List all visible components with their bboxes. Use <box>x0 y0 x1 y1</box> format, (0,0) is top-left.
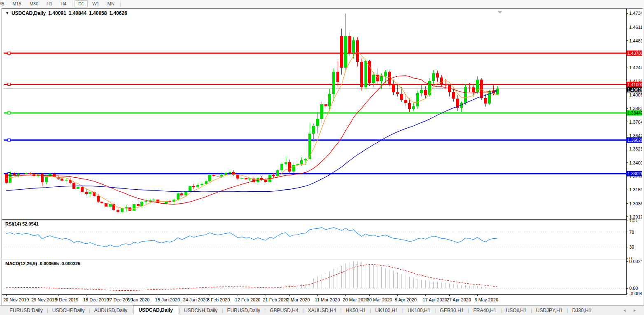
rsi-pane: 10070300 <box>4 218 637 261</box>
candle-body <box>432 73 435 81</box>
candle-body <box>61 179 63 180</box>
candle-body <box>212 175 215 176</box>
chart-tab-usoil-h1[interactable]: USOil,H1 <box>502 306 530 315</box>
chart-tab-dj30-h1[interactable]: DJ30,H1 <box>568 306 595 315</box>
time-axis-label: 30 Mar 2020 <box>367 297 392 302</box>
candle-body <box>245 178 247 179</box>
macd-name: MACD(12,26,9) <box>5 261 37 266</box>
timeframe-button-m15[interactable]: M15 <box>9 0 25 7</box>
candle-wick <box>102 199 102 205</box>
price-axis-label: 1.42475 <box>629 65 642 70</box>
candle-body <box>285 162 287 164</box>
pane-separator-band <box>2 259 642 260</box>
level-price-badge-text: 1.43780 <box>628 51 642 56</box>
tab-scroll-left-icon[interactable]: ◄ <box>623 308 626 313</box>
chart-tab-eurusd-daily[interactable]: EURUSD,Daily <box>223 306 264 315</box>
time-axis-label: 29 Nov 2019 <box>31 297 57 302</box>
chart-tab-usdcnh-daily[interactable]: USDCNH,Daily <box>180 306 221 315</box>
timeframe-button-m5[interactable]: M5 <box>0 0 8 7</box>
candle-wick <box>22 172 22 175</box>
chart-title: ▼ USDCAD,Daily 1.40091 1.40844 1.40058 1… <box>5 10 127 16</box>
candle-wick <box>18 173 19 177</box>
price-axis-label: 1.29175 <box>629 214 642 219</box>
chart-low-value: 1.40058 <box>89 10 107 16</box>
current-price-badge-text: 1.40626 <box>628 87 642 92</box>
chart-tab-audusd-daily[interactable]: AUDUSD,Daily <box>91 306 131 315</box>
chart-tab-hk50-h1[interactable]: HK50,H1 <box>342 306 370 315</box>
candle-body <box>192 186 195 187</box>
price-axis-label: 1.31590 <box>629 187 642 192</box>
price-pane <box>4 14 626 213</box>
chart-tab-gbpusd-h4[interactable]: GBPUSD,H4 <box>266 306 302 315</box>
chart-tabbar: EURUSD,Daily|USDCHF,Daily|AUDUSD,Daily|U… <box>0 305 644 315</box>
time-axis-label: 17 Apr 2020 <box>423 297 447 302</box>
candle-body <box>97 196 100 202</box>
candle-body <box>392 84 395 92</box>
candle-body <box>89 192 91 194</box>
timeframe-button-d1[interactable]: D1 <box>75 0 88 7</box>
time-axis-label: 24 Jan 2020 <box>183 297 208 302</box>
candle-body <box>45 177 48 182</box>
chart-tab-usdjpy-h1[interactable]: USDJPY,H1 <box>532 306 566 315</box>
timeframe-button-w1[interactable]: W1 <box>89 0 103 7</box>
line-anchor-handle[interactable] <box>8 83 10 86</box>
timeframe-button-h1[interactable]: H1 <box>43 0 56 7</box>
time-axis-label: 20 Mar 2020 <box>343 297 369 302</box>
rsi-name: RSI(14) <box>5 221 21 226</box>
timeframe-button-h4[interactable]: H4 <box>57 0 70 7</box>
toolbar-divider <box>72 1 72 7</box>
chart-tab-uk100-h1[interactable]: UK100,H1 <box>404 306 434 315</box>
candle-body <box>85 192 88 194</box>
autoscroll-shift-marker-icon[interactable] <box>497 11 502 14</box>
candle-body <box>236 175 239 179</box>
candle-body <box>320 104 323 119</box>
line-anchor-handle[interactable] <box>8 52 10 54</box>
candle-body <box>13 174 16 175</box>
candle-body <box>308 134 311 160</box>
chart-tab-fra40-h1[interactable]: FRA40,H1 <box>469 306 500 315</box>
candle-body <box>404 100 407 103</box>
candle-body <box>468 87 471 88</box>
candle-body <box>440 78 443 84</box>
chart-tab-uk100-h1[interactable]: UK100,H1 <box>371 306 401 315</box>
chart-dropdown-icon[interactable]: ▼ <box>5 11 9 15</box>
time-axis-label: 20 Nov 2019 <box>3 297 29 302</box>
candle-body <box>21 174 23 174</box>
timeframe-button-mn[interactable]: MN <box>104 0 118 7</box>
candle-body <box>472 87 475 92</box>
candle-body <box>257 178 259 182</box>
chart-tab-eurusd-daily[interactable]: EURUSD,Daily <box>6 306 47 315</box>
candle-body <box>496 89 499 95</box>
time-axis-label: 2 Mar 2020 <box>287 297 310 302</box>
candle-body <box>464 87 467 103</box>
candle-body <box>408 103 411 109</box>
tab-scroll-right-icon[interactable]: ► <box>633 308 637 313</box>
candle-body <box>208 175 211 181</box>
timeframe-button-m30[interactable]: M30 <box>26 0 42 7</box>
candle-body <box>376 75 379 81</box>
terminal-window: M5M15M30H1H4D1W1MN 100703000.0324930.00-… <box>0 0 644 315</box>
price-axis-label: 1.44890 <box>629 38 642 43</box>
candle-body <box>205 181 208 183</box>
line-anchor-handle[interactable] <box>8 112 10 114</box>
candle-body <box>229 172 231 174</box>
price-axis-label: 1.30365 <box>629 201 642 206</box>
candle-wick <box>397 85 398 96</box>
rsi-indicator-label: RSI(14) 52.0541 <box>5 221 39 226</box>
chart-tab-xauusd-h4[interactable]: XAUUSD,H4 <box>304 306 340 315</box>
chart-tab-usdchf-daily[interactable]: USDCHF,Daily <box>49 306 89 315</box>
time-axis-label: 15 Jan 2020 <box>155 297 180 302</box>
macd-pane: 0.0324930.00-0.008086 <box>4 259 642 296</box>
chart-tab-ger30-h1[interactable]: GER30,H1 <box>436 306 467 315</box>
candle-body <box>272 175 275 176</box>
chart-tab-usdcad-daily[interactable]: USDCAD,Daily <box>133 305 178 315</box>
candle-body <box>356 40 359 62</box>
line-anchor-handle[interactable] <box>8 139 10 141</box>
candle-body <box>296 164 299 165</box>
chart-window: 100703000.0324930.00-0.0080861.473401.46… <box>2 8 643 306</box>
candle-body <box>396 92 399 94</box>
chart-canvas[interactable]: 100703000.0324930.00-0.0080861.473401.46… <box>2 9 642 304</box>
candle-body <box>72 183 75 189</box>
candle-body <box>324 104 327 106</box>
candle-body <box>316 119 319 125</box>
